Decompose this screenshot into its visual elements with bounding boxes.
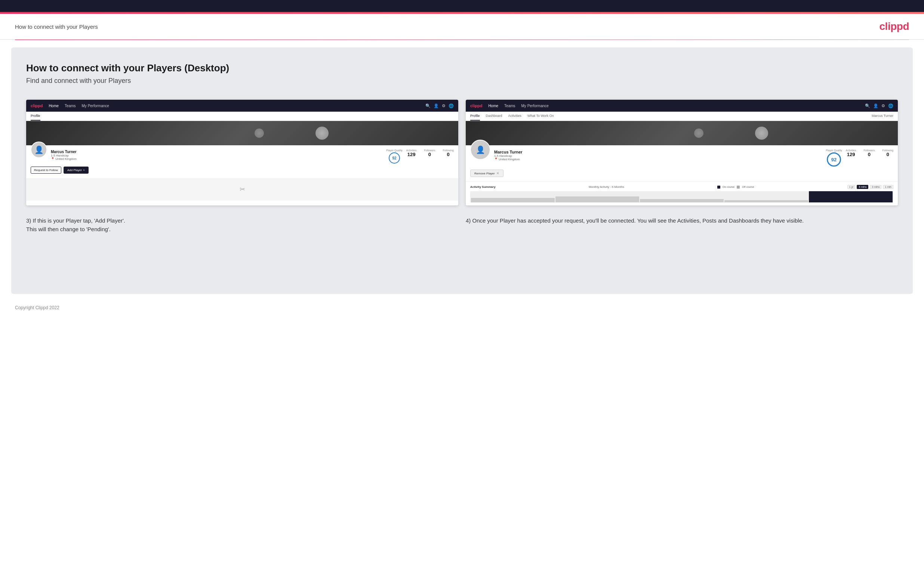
right-player-handicap: 1-5 Handicap [494, 154, 822, 158]
left-pq-label: Player Quality [386, 149, 402, 152]
activity-summary: Activity Summary Monthly Activity · 6 Mo… [466, 182, 898, 205]
activity-filters: 1 yr 6 mths 3 mths 1 mth [847, 185, 893, 189]
user-icon[interactable]: 👤 [434, 103, 439, 108]
left-pq-circle: 92 [389, 152, 400, 164]
right-settings-icon[interactable]: ⚙ [881, 103, 885, 108]
add-player-button[interactable]: Add Player + [63, 166, 89, 174]
activity-legend: On course Off course [717, 185, 754, 189]
left-nav-right: 🔍 👤 ⚙ 🌐 [425, 103, 454, 108]
location-icon: 📍 [51, 157, 55, 161]
left-buttons: Request to Follow Add Player + [31, 166, 454, 174]
right-search-icon[interactable]: 🔍 [865, 103, 870, 108]
header: How to connect with your Players clippd [0, 14, 924, 40]
on-course-dot [717, 185, 720, 189]
footer: Copyright Clippd 2022 [0, 301, 924, 314]
left-player-location: 📍 United Kingdom [51, 157, 382, 161]
filter-6mths[interactable]: 6 mths [857, 185, 868, 189]
left-stat-following: Following 0 [443, 149, 454, 157]
left-avatar: 👤 [31, 142, 47, 158]
banner-circle-large [315, 127, 329, 140]
left-nav-myperformance[interactable]: My Performance [82, 104, 109, 108]
left-profile-row: 👤 Marcus Turner 1-5 Handicap 📍 United Ki… [31, 149, 454, 164]
left-profile-info: Marcus Turner 1-5 Handicap 📍 United King… [51, 149, 382, 161]
off-course-dot [737, 185, 740, 189]
main-title: How to connect with your Players (Deskto… [26, 62, 898, 74]
description-left: 3) If this is your Player tap, 'Add Play… [26, 217, 458, 234]
right-tab-profile[interactable]: Profile [470, 112, 480, 121]
plus-icon: + [83, 168, 85, 172]
main-content: How to connect with your Players (Deskto… [11, 47, 913, 294]
request-follow-button[interactable]: Request to Follow [31, 166, 61, 174]
off-course-label: Off course [742, 185, 754, 188]
left-profile: 👤 Marcus Turner 1-5 Handicap 📍 United Ki… [26, 145, 458, 178]
filter-3mths[interactable]: 3 mths [870, 185, 881, 189]
top-bar [0, 0, 924, 12]
settings-icon[interactable]: ⚙ [442, 103, 446, 108]
activity-header: Activity Summary Monthly Activity · 6 Mo… [470, 185, 893, 189]
right-nav-home[interactable]: Home [488, 104, 498, 108]
chart-bar-2 [556, 197, 639, 203]
description-right-text: 4) Once your Player has accepted your re… [466, 217, 898, 225]
right-tab-whattoon[interactable]: What To Work On [527, 112, 554, 121]
filter-1yr[interactable]: 1 yr [847, 185, 856, 189]
left-pq-container: Player Quality 92 [386, 149, 402, 164]
left-stat-followers: Followers 0 [424, 149, 435, 157]
right-location-icon: 📍 [494, 158, 498, 161]
left-nav-logo: clippd [31, 103, 43, 108]
right-navbar: clippd Home Teams My Performance 🔍 👤 ⚙ 🌐 [466, 100, 898, 112]
activity-chart [470, 191, 893, 202]
description-right: 4) Once your Player has accepted your re… [466, 217, 898, 234]
screenshots-row: clippd Home Teams My Performance 🔍 👤 ⚙ 🌐… [26, 100, 898, 205]
right-player-name: Marcus Turner [494, 150, 822, 154]
banner-circle-small [255, 129, 264, 138]
right-tab-activities[interactable]: Activities [508, 112, 522, 121]
right-buttons: Remove Player ✕ [470, 169, 893, 177]
chart-bar-1 [471, 198, 555, 202]
right-profile: 👤 Marcus Turner 1-5 Handicap 📍 United Ki… [466, 145, 898, 182]
right-profile-row: 👤 Marcus Turner 1-5 Handicap 📍 United Ki… [470, 149, 893, 166]
right-pq-container: Player Quality 92 [826, 149, 842, 166]
avatar-icon: 👤 [34, 145, 44, 154]
copyright-text: Copyright Clippd 2022 [15, 305, 60, 310]
screenshot-left: clippd Home Teams My Performance 🔍 👤 ⚙ 🌐… [26, 100, 458, 205]
remove-x-icon: ✕ [496, 171, 499, 175]
right-user-dropdown[interactable]: Marcus Turner [872, 112, 893, 121]
descriptions-row: 3) If this is your Player tap, 'Add Play… [26, 217, 898, 234]
left-player-handicap: 1-5 Handicap [51, 154, 382, 157]
on-course-label: On course [722, 185, 735, 188]
chart-bar-4 [724, 200, 808, 202]
right-banner-circle-small [694, 129, 703, 138]
filter-1mth[interactable]: 1 mth [883, 185, 893, 189]
left-stats: Activities 129 Followers 0 Following 0 [406, 149, 454, 157]
page-breadcrumb: How to connect with your Players [15, 24, 98, 30]
left-nav-home[interactable]: Home [48, 104, 59, 108]
right-player-location: 📍 United Kingdom [494, 158, 822, 161]
screenshot-right: clippd Home Teams My Performance 🔍 👤 ⚙ 🌐… [466, 100, 898, 205]
globe-icon[interactable]: 🌐 [449, 103, 454, 108]
search-icon[interactable]: 🔍 [425, 103, 431, 108]
right-stat-activities: Activities 129 [846, 149, 856, 157]
right-profile-info: Marcus Turner 1-5 Handicap 📍 United King… [494, 149, 822, 161]
right-stat-following: Following 0 [882, 149, 893, 157]
right-avatar: 👤 [470, 140, 490, 160]
activity-title: Activity Summary [470, 185, 496, 189]
description-left-text: 3) If this is your Player tap, 'Add Play… [26, 217, 458, 234]
right-stat-followers: Followers 0 [863, 149, 875, 157]
right-pq-circle: 92 [827, 152, 841, 166]
right-tabbar: Profile Dashboard Activities What To Wor… [466, 112, 898, 121]
right-stats: Activities 129 Followers 0 Following 0 [846, 149, 893, 157]
right-globe-icon[interactable]: 🌐 [888, 103, 893, 108]
right-banner-circle-large [755, 127, 768, 140]
right-nav-myperformance[interactable]: My Performance [522, 104, 549, 108]
right-nav-teams[interactable]: Teams [504, 104, 515, 108]
main-subtitle: Find and connect with your Players [26, 77, 898, 85]
left-tabbar: Profile [26, 112, 458, 121]
right-user-icon[interactable]: 👤 [873, 103, 879, 108]
right-tab-dashboard[interactable]: Dashboard [486, 112, 502, 121]
right-banner [466, 121, 898, 145]
clippd-logo: clippd [880, 21, 909, 32]
left-nav-teams[interactable]: Teams [65, 104, 76, 108]
scissors-icon: ✂ [240, 185, 245, 193]
left-tab-profile[interactable]: Profile [31, 112, 40, 121]
remove-player-button[interactable]: Remove Player ✕ [470, 169, 504, 177]
